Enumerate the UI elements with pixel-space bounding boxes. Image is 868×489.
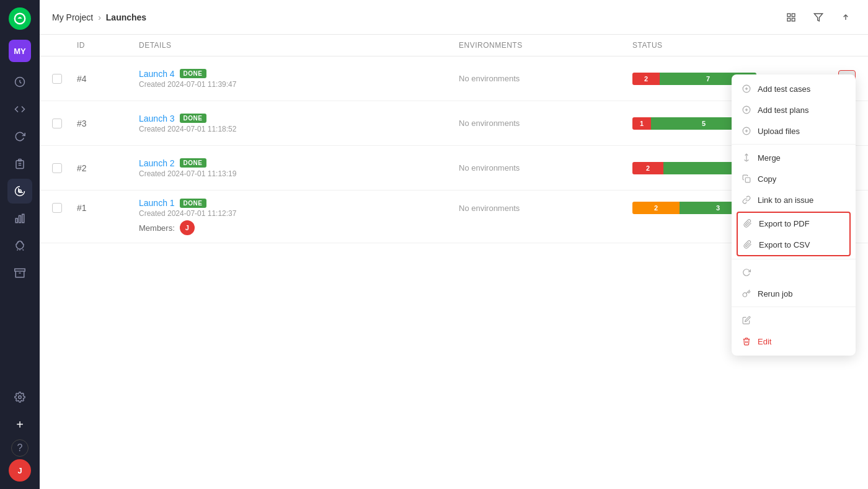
add-button[interactable]: +: [7, 412, 32, 437]
svg-point-11: [19, 396, 22, 399]
menu-rerun-job[interactable]: [732, 262, 856, 283]
svg-rect-14: [787, 18, 790, 21]
launch-date: Created 2024-07-01 11:13:19: [139, 169, 459, 178]
sidebar-item-clipboard[interactable]: [7, 151, 32, 176]
menu-item-label: Edit: [758, 337, 771, 346]
sidebar-item-analytics[interactable]: [7, 206, 32, 231]
launch-link[interactable]: Launch 2 DONE: [139, 158, 459, 168]
launch-link[interactable]: Launch 4 DONE: [139, 69, 459, 79]
svg-rect-9: [15, 269, 25, 271]
row-id: #2: [77, 163, 139, 173]
row-id: #1: [77, 203, 139, 213]
breadcrumb-separator: ›: [98, 12, 101, 22]
menu-add-test-plans[interactable]: Add test plans: [732, 99, 856, 120]
row-details: Launch 4 DONE Created 2024-07-01 11:39:4…: [139, 69, 459, 89]
status-badge: DONE: [180, 69, 206, 78]
svg-rect-47: [745, 177, 750, 182]
svg-rect-15: [792, 18, 795, 21]
row-id: #3: [77, 119, 139, 128]
main-content: My Project › Launches ID Details Environ…: [40, 0, 868, 489]
row-environments: No environments: [459, 74, 632, 83]
menu-item-label: Upload files: [758, 127, 800, 136]
edit-icon: [742, 315, 751, 325]
row-environments: No environments: [459, 163, 632, 173]
row-checkbox[interactable]: [52, 163, 77, 173]
row-checkbox[interactable]: [52, 119, 77, 128]
row-environments: No environments: [459, 204, 632, 213]
launch-date: Created 2024-07-01 11:39:47: [139, 80, 459, 89]
merge-icon: [742, 153, 751, 163]
upload-button[interactable]: [836, 7, 856, 27]
svg-marker-16: [814, 14, 822, 21]
status-badge: DONE: [180, 158, 206, 168]
col-environments: Environments: [459, 41, 632, 50]
rerun-icon: [742, 267, 751, 277]
col-details: Details: [139, 41, 459, 50]
add-circle-icon: [742, 84, 751, 94]
menu-divider-2: [732, 259, 856, 259]
breadcrumb: My Project › Launches: [52, 12, 146, 22]
sidebar-item-settings[interactable]: [7, 385, 32, 410]
svg-rect-12: [787, 14, 790, 17]
menu-divider-3: [732, 307, 856, 307]
svg-rect-7: [19, 216, 21, 223]
menu-item-label: Merge: [758, 153, 781, 163]
defect-matcher-icon: [742, 289, 751, 298]
row-details: Launch 3 DONE Created 2024-07-01 11:18:5…: [139, 114, 459, 133]
launch-link[interactable]: Launch 1 DONE: [139, 198, 459, 208]
menu-upload-files[interactable]: Upload files: [732, 120, 856, 141]
sidebar-item-bugs[interactable]: [7, 233, 32, 258]
paperclip-pdf-icon: [743, 218, 753, 228]
svg-rect-3: [16, 161, 24, 169]
row-checkbox[interactable]: [52, 74, 77, 84]
menu-item-label: Add test plans: [758, 105, 808, 115]
menu-export-csv[interactable]: Export to CSV: [738, 234, 849, 255]
user-avatar[interactable]: J: [9, 459, 31, 482]
sidebar-item-archive[interactable]: [7, 261, 32, 285]
members-label: Members:: [139, 223, 175, 233]
breadcrumb-project[interactable]: My Project: [52, 12, 93, 22]
menu-apply-defect[interactable]: Rerun job: [732, 283, 856, 304]
sidebar-item-launches[interactable]: [7, 179, 32, 204]
sidebar-item-code[interactable]: [7, 97, 32, 122]
breadcrumb-current-page: Launches: [106, 12, 146, 22]
filter-button[interactable]: [808, 7, 828, 27]
member-avatar: J: [180, 220, 195, 235]
row-checkbox[interactable]: [52, 203, 77, 213]
menu-item-label: Export to PDF: [759, 219, 810, 228]
header-actions: [781, 7, 856, 27]
paperclip-csv-icon: [743, 240, 753, 249]
menu-link-issue[interactable]: Link to an issue: [732, 189, 856, 210]
launch-link[interactable]: Launch 3 DONE: [139, 114, 459, 123]
project-avatar[interactable]: MY: [9, 40, 31, 62]
sidebar-item-refresh[interactable]: [7, 124, 32, 149]
col-status: Status: [632, 41, 818, 50]
export-group: Export to PDF Export to CSV: [737, 212, 851, 256]
help-button[interactable]: ?: [11, 439, 29, 457]
app-logo[interactable]: [9, 7, 31, 30]
menu-export-pdf[interactable]: Export to PDF: [738, 213, 849, 234]
header: My Project › Launches: [40, 0, 868, 35]
share-grid-button[interactable]: [781, 7, 801, 27]
menu-add-test-cases[interactable]: Add test cases: [732, 78, 856, 99]
status-badge: DONE: [180, 199, 206, 208]
status-badge: DONE: [180, 114, 206, 123]
svg-rect-8: [22, 214, 24, 223]
add-circle-icon-3: [742, 126, 751, 136]
menu-item-label: Export to CSV: [759, 240, 810, 249]
menu-copy[interactable]: Copy: [732, 168, 856, 189]
row-details: Launch 2 DONE Created 2024-07-01 11:13:1…: [139, 158, 459, 178]
menu-item-label: Add test cases: [758, 84, 810, 94]
table-header: ID Details Environments Status: [40, 35, 868, 56]
menu-edit[interactable]: [732, 310, 856, 331]
launch-date: Created 2024-07-01 11:18:52: [139, 125, 459, 133]
link-icon: [742, 195, 751, 205]
row-environments: No environments: [459, 119, 632, 128]
sidebar-item-dashboard[interactable]: [7, 70, 32, 94]
menu-merge[interactable]: Merge: [732, 147, 856, 168]
col-id: ID: [77, 41, 139, 50]
menu-item-label: Link to an issue: [758, 195, 813, 205]
row-details: Launch 1 DONE Created 2024-07-01 11:12:3…: [139, 198, 459, 218]
menu-divider: [732, 144, 856, 145]
menu-delete[interactable]: Edit: [732, 331, 856, 352]
